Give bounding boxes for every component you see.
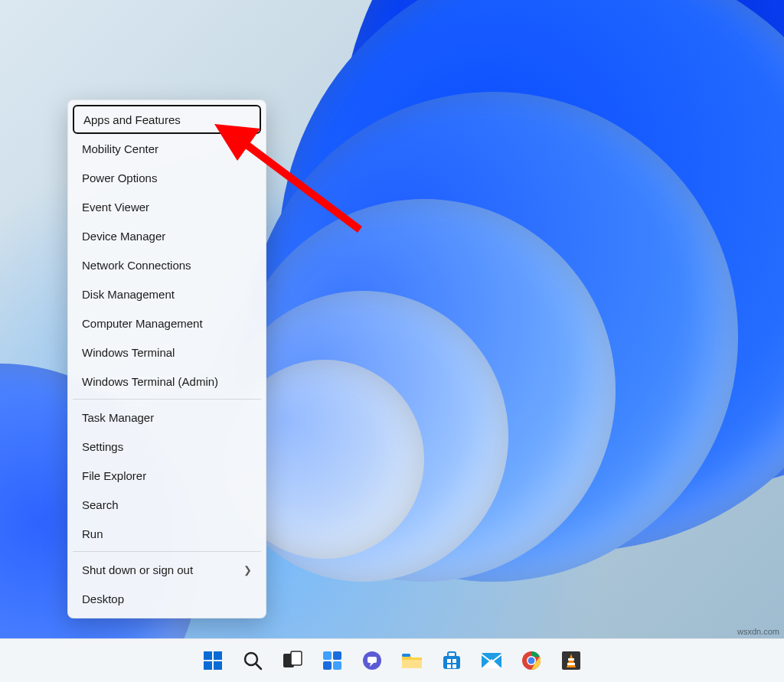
menu-item-label: Search [82,498,119,511]
menu-item-label: Shut down or sign out [82,563,193,576]
windows-icon [203,651,223,671]
vlc-button[interactable] [555,644,587,677]
svg-rect-12 [323,661,332,670]
widgets-icon [322,651,342,671]
svg-rect-32 [568,658,574,661]
menu-item-power-options[interactable]: Power Options [73,163,261,192]
svg-rect-9 [291,651,302,665]
svg-rect-23 [447,664,451,668]
menu-item-apps-and-features[interactable]: Apps and Features [73,105,261,134]
menu-item-label: Device Manager [82,230,165,243]
menu-item-label: Event Viewer [82,201,149,214]
menu-item-label: Mobility Center [82,142,158,155]
winx-context-menu: Apps and Features Mobility Center Power … [67,100,266,618]
menu-item-desktop[interactable]: Desktop [73,584,261,613]
svg-rect-22 [452,659,456,663]
menu-item-search[interactable]: Search [73,490,261,519]
microsoft-store-button[interactable] [436,644,468,677]
menu-item-mobility-center[interactable]: Mobility Center [73,134,261,163]
menu-item-label: Windows Terminal (Admin) [82,375,218,388]
menu-separator [73,551,261,552]
svg-point-29 [528,658,535,664]
menu-item-computer-management[interactable]: Computer Management [73,308,261,338]
menu-item-event-viewer[interactable]: Event Viewer [73,192,261,221]
task-view-icon [283,651,302,671]
menu-item-windows-terminal-admin[interactable]: Windows Terminal (Admin) [73,367,261,396]
menu-item-settings[interactable]: Settings [73,432,261,461]
svg-rect-3 [214,651,222,660]
menu-item-label: Windows Terminal [82,346,175,359]
menu-item-label: Disk Management [82,288,175,301]
mail-button[interactable] [475,644,508,677]
chrome-icon [521,651,541,671]
svg-rect-33 [567,663,575,665]
svg-rect-17 [402,660,422,668]
menu-item-run[interactable]: Run [73,519,261,548]
file-explorer-button[interactable] [396,644,428,677]
menu-item-label: Computer Management [82,317,203,330]
svg-rect-2 [204,651,212,660]
menu-item-device-manager[interactable]: Device Manager [73,221,261,250]
svg-rect-21 [447,659,451,663]
mail-icon [481,652,502,669]
svg-rect-10 [323,651,332,660]
svg-rect-5 [214,661,222,670]
file-explorer-icon [401,651,423,670]
svg-line-7 [256,664,261,669]
taskbar [0,638,784,682]
menu-item-label: File Explorer [82,469,146,482]
menu-item-shut-down-or-sign-out[interactable]: Shut down or sign out ❯ [73,555,261,584]
menu-item-label: Desktop [82,592,124,605]
widgets-button[interactable] [316,644,348,677]
menu-item-windows-terminal[interactable]: Windows Terminal [73,338,261,367]
svg-rect-4 [204,661,212,670]
svg-rect-11 [333,651,341,660]
svg-rect-19 [443,656,460,669]
menu-item-label: Settings [82,440,123,453]
svg-rect-24 [452,664,456,668]
vlc-icon [561,651,581,671]
menu-item-label: Run [82,527,103,540]
menu-item-label: Network Connections [82,259,191,272]
menu-item-label: Task Manager [82,411,154,424]
search-button[interactable] [237,644,269,677]
chat-button[interactable] [356,644,388,677]
svg-rect-18 [402,654,410,657]
store-icon [442,651,462,671]
svg-rect-20 [448,652,456,657]
chevron-right-icon: ❯ [243,564,252,576]
menu-separator [73,399,261,400]
menu-item-file-explorer[interactable]: File Explorer [73,461,261,490]
menu-item-task-manager[interactable]: Task Manager [73,403,261,432]
svg-rect-13 [333,661,341,670]
chrome-button[interactable] [515,644,547,677]
chat-icon [362,651,382,671]
start-button[interactable] [197,644,229,677]
watermark-text: wsxdn.com [737,627,779,636]
menu-item-label: Power Options [82,171,157,184]
menu-item-disk-management[interactable]: Disk Management [73,279,261,308]
menu-item-network-connections[interactable]: Network Connections [73,250,261,279]
task-view-button[interactable] [276,644,309,677]
search-icon [243,651,263,671]
svg-rect-15 [368,657,377,663]
menu-item-label: Apps and Features [83,113,181,126]
